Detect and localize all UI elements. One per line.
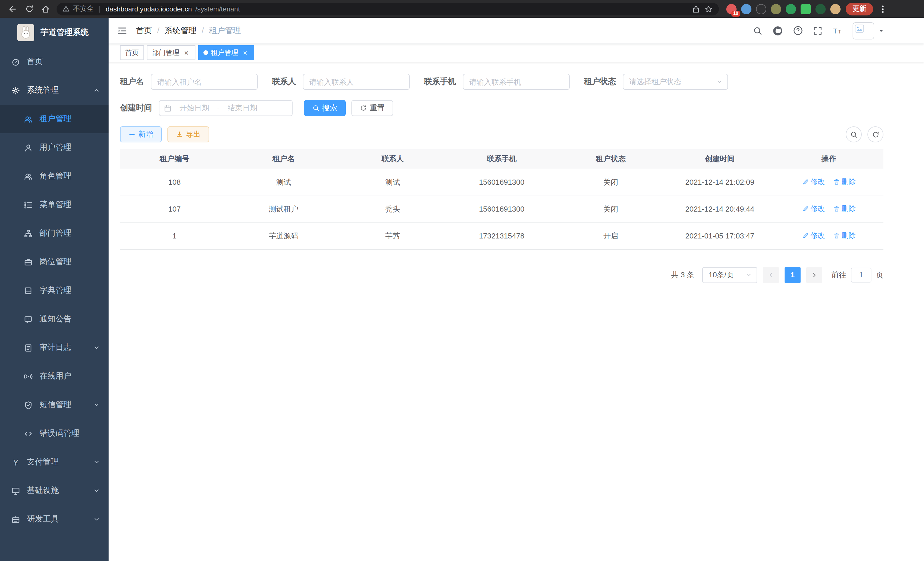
sidebar-item-dev-tools[interactable]: 研发工具 [0, 505, 109, 534]
chevron-down-icon [93, 459, 100, 465]
profile-avatar[interactable] [830, 4, 841, 14]
sidebar-item-audit-log[interactable]: 审计日志 [0, 333, 109, 362]
sidebar-toggle-button[interactable] [109, 18, 136, 44]
tab-home[interactable]: 首页 [120, 45, 144, 60]
github-button[interactable] [772, 26, 783, 36]
export-button[interactable]: 导出 [167, 126, 209, 142]
prev-page-button[interactable] [763, 267, 779, 283]
goto-label: 前往 [831, 270, 846, 280]
edit-link[interactable]: 修改 [802, 231, 825, 241]
refresh-icon [872, 131, 879, 138]
chrome-menu-button[interactable] [878, 4, 887, 14]
back-button[interactable] [7, 3, 18, 15]
fullscreen-icon [813, 26, 822, 35]
chevron-left-icon [767, 271, 774, 278]
tenant-name-input[interactable] [151, 74, 258, 90]
home-button[interactable] [40, 3, 51, 15]
monitor-icon [11, 486, 20, 495]
caret-down-icon [878, 28, 884, 33]
bookmark-button[interactable] [704, 4, 713, 14]
sidebar-item-tenant[interactable]: 租户管理 [0, 105, 109, 133]
hamburger-icon [117, 26, 128, 36]
help-button[interactable] [793, 26, 803, 36]
font-size-button[interactable]: TT [832, 26, 843, 36]
extension-icon[interactable] [786, 4, 796, 14]
tab-dept[interactable]: 部门管理 [147, 45, 195, 60]
edit-link-label: 修改 [811, 177, 825, 187]
add-button[interactable]: 新增 [120, 126, 162, 142]
phone-input[interactable] [463, 74, 570, 90]
sidebar-item-label: 研发工具 [27, 514, 59, 524]
edit-link[interactable]: 修改 [802, 204, 825, 214]
extension-icon[interactable] [741, 4, 752, 14]
delete-link[interactable]: 删除 [833, 177, 856, 187]
extension-icon[interactable] [815, 4, 826, 14]
date-range-picker[interactable]: 开始日期 - 结束日期 [159, 100, 292, 116]
tab-close-icon[interactable] [241, 49, 249, 57]
sidebar-item-infrastructure[interactable]: 基础设施 [0, 476, 109, 505]
page-1-button[interactable]: 1 [784, 267, 801, 283]
share-button[interactable] [692, 4, 700, 14]
edit-link[interactable]: 修改 [802, 177, 825, 187]
navbar-actions: TT [753, 22, 924, 39]
sidebar-item-system[interactable]: 系统管理 [0, 76, 109, 105]
tab-active-dot [203, 50, 208, 55]
chevron-down-icon [746, 272, 752, 278]
sidebar-item-home[interactable]: 首页 [0, 47, 109, 76]
share-icon [692, 5, 700, 13]
search-button[interactable]: 搜索 [304, 100, 346, 116]
tab-close-icon[interactable] [182, 49, 190, 57]
date-end-input[interactable]: 结束日期 [225, 103, 260, 113]
sidebar-item-post[interactable]: 岗位管理 [0, 248, 109, 276]
status-select[interactable]: 请选择租户状态 [623, 74, 728, 90]
cell-actions: 修改删除 [774, 169, 884, 196]
extension-icon[interactable] [771, 4, 781, 14]
extension-icon[interactable] [801, 4, 811, 14]
table-toolbar: 新增 导出 [120, 126, 884, 142]
header-search-button[interactable] [753, 26, 763, 36]
phone-label: 联系手机 [424, 77, 456, 87]
refresh-icon [360, 105, 367, 111]
reset-button-label: 重置 [370, 103, 385, 113]
goto-page-input[interactable] [851, 267, 872, 282]
sidebar-item-menu[interactable]: 菜单管理 [0, 190, 109, 219]
col-status: 租户状态 [556, 149, 665, 169]
user-avatar-menu[interactable] [853, 22, 884, 39]
sidebar-item-sms[interactable]: 短信管理 [0, 391, 109, 419]
sidebar-item-error-code[interactable]: 错误码管理 [0, 419, 109, 448]
chrome-update-button[interactable]: 更新 [846, 3, 873, 15]
sidebar-item-dict[interactable]: 字典管理 [0, 276, 109, 305]
col-created: 创建时间 [665, 149, 774, 169]
toggle-search-button[interactable] [846, 126, 862, 142]
next-page-button[interactable] [806, 267, 822, 283]
delete-link[interactable]: 删除 [833, 204, 856, 214]
users-icon [24, 172, 33, 180]
fullscreen-button[interactable] [813, 26, 823, 36]
sidebar-item-role[interactable]: 角色管理 [0, 162, 109, 190]
tab-tenant[interactable]: 租户管理 [198, 45, 254, 60]
sidebar-item-user[interactable]: 用户管理 [0, 133, 109, 162]
extension-icon[interactable] [756, 4, 766, 14]
delete-link[interactable]: 删除 [833, 231, 856, 241]
plus-icon [129, 131, 135, 138]
sidebar-item-notice[interactable]: 通知公告 [0, 305, 109, 333]
sidebar-item-dept[interactable]: 部门管理 [0, 219, 109, 248]
date-start-input[interactable]: 开始日期 [177, 103, 212, 113]
app-logo[interactable]: 芋道管理系统 [0, 18, 109, 47]
breadcrumb-system[interactable]: 系统管理 [165, 26, 209, 36]
filter-status: 租户状态 请选择租户状态 [584, 74, 728, 90]
sidebar-item-payment[interactable]: ¥ 支付管理 [0, 448, 109, 476]
refresh-table-button[interactable] [867, 126, 884, 142]
rabbit-logo-icon [19, 26, 33, 39]
reset-button[interactable]: 重置 [351, 100, 393, 116]
page-size-select[interactable]: 10条/页 [702, 267, 757, 283]
breadcrumb-home[interactable]: 首页 [136, 26, 165, 36]
contact-input[interactable] [303, 74, 410, 90]
sidebar-item-online-user[interactable]: 在线用户 [0, 362, 109, 391]
extension-icon[interactable]: 10 [726, 4, 736, 14]
url-bar[interactable]: 不安全 dashboard.yudao.iocoder.cn/system/te… [57, 3, 719, 15]
trash-icon [833, 206, 840, 212]
download-icon [176, 131, 183, 138]
svg-text:T: T [838, 29, 841, 34]
reload-button[interactable] [23, 3, 35, 15]
